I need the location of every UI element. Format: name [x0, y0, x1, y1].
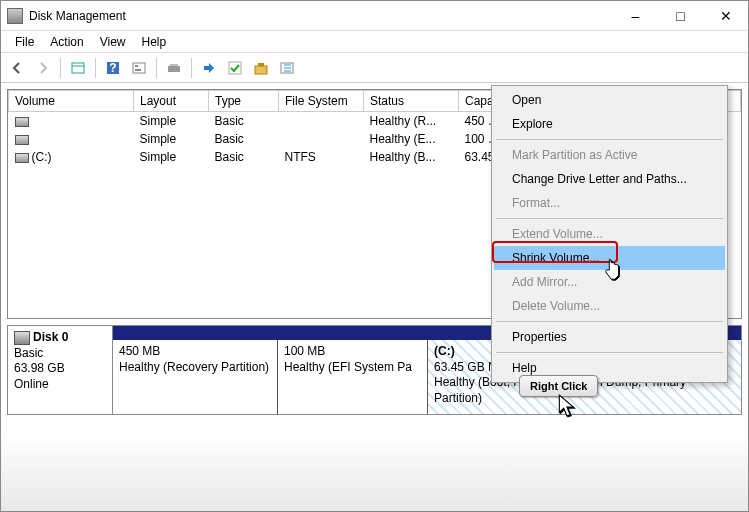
svg-rect-0	[72, 63, 84, 73]
svg-rect-5	[135, 65, 138, 67]
menu-view[interactable]: View	[92, 33, 134, 51]
disk-state: Online	[14, 377, 106, 393]
menu-action[interactable]: Action	[42, 33, 91, 51]
partition-size: 100 MB	[284, 344, 421, 360]
col-layout[interactable]: Layout	[134, 91, 209, 112]
toolbar: ?	[1, 53, 748, 83]
svg-rect-9	[229, 62, 241, 74]
cell-status: Healthy (R...	[364, 112, 459, 131]
settings-button[interactable]	[127, 56, 151, 80]
svg-text:?: ?	[109, 61, 116, 75]
partition[interactable]: 100 MB Healthy (EFI System Pa	[278, 340, 428, 414]
svg-rect-10	[255, 66, 267, 74]
properties-button[interactable]	[275, 56, 299, 80]
right-click-tooltip: Right Click	[519, 375, 598, 397]
menu-bar: File Action View Help	[1, 31, 748, 53]
maximize-button[interactable]: □	[658, 1, 703, 30]
disk-size: 63.98 GB	[14, 361, 106, 377]
cell-layout: Simple	[134, 112, 209, 131]
title-bar: Disk Management – □ ✕	[1, 1, 748, 31]
close-button[interactable]: ✕	[703, 1, 748, 30]
col-filesystem[interactable]: File System	[279, 91, 364, 112]
ctx-separator	[496, 218, 723, 219]
volume-icon	[15, 135, 29, 145]
cell-layout: Simple	[134, 148, 209, 166]
toolbar-separator	[95, 58, 96, 78]
ctx-mark-active[interactable]: Mark Partition as Active	[494, 143, 725, 167]
window-title: Disk Management	[29, 9, 613, 23]
window-controls: – □ ✕	[613, 1, 748, 30]
toolbar-separator	[60, 58, 61, 78]
apply-button[interactable]	[223, 56, 247, 80]
disk-name: Disk 0	[33, 330, 68, 344]
col-type[interactable]: Type	[209, 91, 279, 112]
ctx-separator	[496, 321, 723, 322]
volume-icon	[15, 153, 29, 163]
partition-status: Healthy (EFI System Pa	[284, 360, 421, 376]
ctx-shrink[interactable]: Shrink Volume...	[494, 246, 725, 270]
ctx-open[interactable]: Open	[494, 88, 725, 112]
svg-rect-11	[258, 63, 264, 66]
cell-type: Basic	[209, 148, 279, 166]
partition[interactable]: 450 MB Healthy (Recovery Partition)	[113, 340, 278, 414]
ctx-change-letter[interactable]: Change Drive Letter and Paths...	[494, 167, 725, 191]
svg-rect-6	[135, 69, 141, 71]
menu-file[interactable]: File	[7, 33, 42, 51]
svg-rect-8	[170, 64, 178, 66]
toolbar-separator	[191, 58, 192, 78]
bottom-filler	[1, 431, 748, 511]
ctx-format[interactable]: Format...	[494, 191, 725, 215]
cell-status: Healthy (E...	[364, 130, 459, 148]
partition-label: (C:)	[434, 344, 455, 358]
context-menu: Open Explore Mark Partition as Active Ch…	[491, 85, 728, 383]
ctx-explore[interactable]: Explore	[494, 112, 725, 136]
svg-rect-4	[133, 63, 145, 73]
disk-info[interactable]: Disk 0 Basic 63.98 GB Online	[8, 326, 113, 414]
col-status[interactable]: Status	[364, 91, 459, 112]
action-button[interactable]	[197, 56, 221, 80]
back-button[interactable]	[5, 56, 29, 80]
wizard-button[interactable]	[249, 56, 273, 80]
cell-status: Healthy (B...	[364, 148, 459, 166]
app-icon	[7, 8, 23, 24]
ctx-mirror[interactable]: Add Mirror...	[494, 270, 725, 294]
cell-fs: NTFS	[279, 148, 364, 166]
help-button[interactable]: ?	[101, 56, 125, 80]
cell-type: Basic	[209, 130, 279, 148]
forward-button[interactable]	[31, 56, 55, 80]
ctx-extend[interactable]: Extend Volume...	[494, 222, 725, 246]
toolbar-separator	[156, 58, 157, 78]
cell-layout: Simple	[134, 130, 209, 148]
menu-help[interactable]: Help	[134, 33, 175, 51]
minimize-button[interactable]: –	[613, 1, 658, 30]
ctx-properties[interactable]: Properties	[494, 325, 725, 349]
partition-status: Healthy (Recovery Partition)	[119, 360, 271, 376]
col-volume[interactable]: Volume	[9, 91, 134, 112]
show-hide-button[interactable]	[66, 56, 90, 80]
cell-volume: (C:)	[32, 150, 52, 164]
refresh-button[interactable]	[162, 56, 186, 80]
ctx-separator	[496, 352, 723, 353]
disk-type: Basic	[14, 346, 106, 362]
svg-rect-7	[168, 66, 180, 72]
volume-icon	[15, 117, 29, 127]
cell-fs	[279, 130, 364, 148]
cell-fs	[279, 112, 364, 131]
disk-icon	[14, 331, 30, 345]
partition-size: 450 MB	[119, 344, 271, 360]
cell-type: Basic	[209, 112, 279, 131]
ctx-delete[interactable]: Delete Volume...	[494, 294, 725, 318]
ctx-separator	[496, 139, 723, 140]
